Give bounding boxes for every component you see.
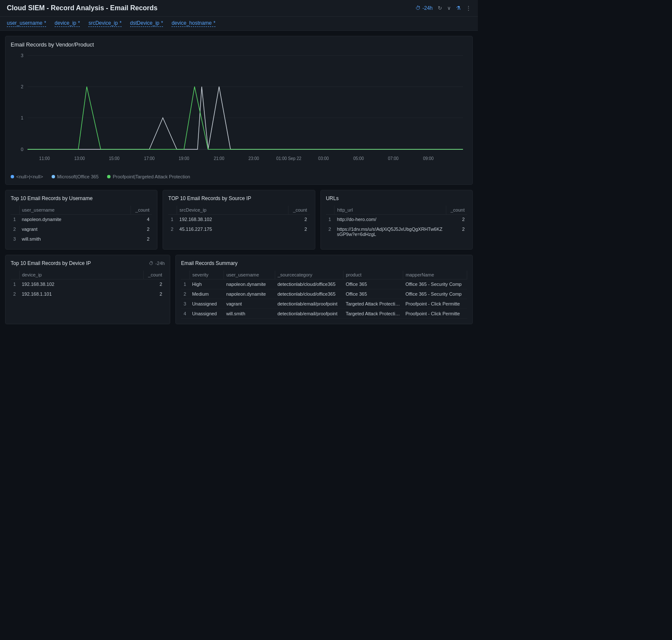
row-username: napoleon.dynamite <box>224 279 275 289</box>
panel-username: Top 10 Email Records by Username user_us… <box>5 190 157 250</box>
time-range-label: -24h <box>422 5 433 11</box>
row-url: http://do-hero.com/ <box>335 215 446 224</box>
legend-label-null: <null>|<null> <box>16 174 43 179</box>
bottom-grid: Top 10 Email Records by Device IP ⏱ -24h… <box>5 255 473 324</box>
legend-office365: Microsoft|Office 365 <box>52 174 99 179</box>
col-num <box>11 206 19 215</box>
filter-src-device-ip[interactable]: srcDevice_ip * <box>88 20 121 27</box>
row-num: 2 <box>326 224 335 239</box>
row-count: 2 <box>143 289 165 299</box>
clock-icon-small: ⏱ <box>149 261 154 266</box>
col-severity: severity <box>189 271 224 279</box>
panel-src-ip: TOP 10 Email Records by Source IP srcDev… <box>163 190 315 250</box>
svg-text:15:00: 15:00 <box>109 156 119 161</box>
row-mapper: Office 365 - Security Comp <box>403 289 467 299</box>
row-severity: High <box>189 279 224 289</box>
row-sourcecategory: detectionlab/email/proofpoint <box>275 299 343 309</box>
legend-label-proofpoint: Proofpoint|Targeted Attack Protection <box>113 174 190 179</box>
svg-text:09:00: 09:00 <box>423 156 433 161</box>
table-row: 3 will.smith 2 <box>11 234 152 244</box>
col-product: product <box>343 271 403 279</box>
filter-device-hostname[interactable]: device_hostname * <box>172 20 215 27</box>
row-mapper: Proofpoint - Click Permitte <box>403 309 467 319</box>
svg-text:1: 1 <box>21 115 23 120</box>
row-mapper: Proofpoint - Click Permitte <box>403 299 467 309</box>
row-src-ip: 192.168.38.102 <box>177 215 288 224</box>
table-row: 1 http://do-hero.com/ 2 <box>326 215 467 224</box>
row-count: 2 <box>131 224 152 234</box>
svg-text:21:00: 21:00 <box>214 156 224 161</box>
table-row: 2 192.168.1.101 2 <box>11 289 165 299</box>
col-src-ip: srcDevice_ip <box>177 206 288 215</box>
col-num <box>168 206 177 215</box>
row-severity: Unassigned <box>189 309 224 319</box>
time-badge: ⏱ -24h <box>149 261 165 266</box>
summary-table: severity user_username _sourcecategory p… <box>181 271 467 319</box>
row-product: Office 365 <box>343 289 403 299</box>
page-title: Cloud SIEM - Record Analysis - Email Rec… <box>7 4 157 12</box>
col-count: _count <box>143 271 165 279</box>
filter-label: device_hostname <box>172 20 212 26</box>
table-row: 1 192.168.38.102 2 <box>11 279 165 289</box>
filter-device-ip[interactable]: device_ip * <box>55 20 80 27</box>
legend-dot-office365 <box>52 175 55 178</box>
main-content: Email Records by Vendor/Product 3 2 1 0 … <box>0 31 478 329</box>
panel-src-ip-title: TOP 10 Email Records by Source IP <box>168 195 309 201</box>
row-count: 2 <box>131 234 152 244</box>
svg-text:05:00: 05:00 <box>353 156 364 161</box>
col-num <box>326 206 335 215</box>
filter-user-username[interactable]: user_username * <box>7 20 46 27</box>
svg-text:03:00: 03:00 <box>318 156 329 161</box>
row-num: 2 <box>181 289 189 299</box>
col-device-ip: device_ip <box>19 271 143 279</box>
filter-label: user_username <box>7 20 42 26</box>
row-product: Office 365 <box>343 279 403 289</box>
panel-summary-title: Email Records Summary <box>181 260 467 266</box>
filter-asterisk: * <box>213 20 215 26</box>
row-username: vagrant <box>19 224 131 234</box>
row-num: 2 <box>11 224 19 234</box>
row-sourcecategory: detectionlab/cloud/office365 <box>275 289 343 299</box>
time-range-display[interactable]: ⏱ -24h <box>416 5 433 11</box>
legend-dot-proofpoint <box>107 175 111 178</box>
row-num: 2 <box>168 224 177 234</box>
row-count: 4 <box>131 215 152 224</box>
legend-label-office365: Microsoft|Office 365 <box>57 174 99 179</box>
filter-asterisk: * <box>161 20 163 26</box>
svg-text:3: 3 <box>21 53 23 58</box>
filter-dst-device-ip[interactable]: dstDevice_ip * <box>130 20 163 27</box>
svg-text:0: 0 <box>21 147 23 152</box>
row-src-ip: 45.116.227.175 <box>177 224 288 234</box>
table-row: 2 45.116.227.175 2 <box>168 224 309 234</box>
filter-asterisk: * <box>78 20 80 26</box>
row-num: 4 <box>181 309 189 319</box>
row-sourcecategory: detectionlab/cloud/office365 <box>275 279 343 289</box>
row-sourcecategory: detectionlab/email/proofpoint <box>275 309 343 319</box>
chart-svg: 3 2 1 0 11:00 13:00 15:00 17:00 19:00 21… <box>11 51 467 171</box>
row-count: 2 <box>288 215 310 224</box>
col-mapper: mapperName <box>403 271 467 279</box>
row-count: 2 <box>143 279 165 289</box>
chevron-icon[interactable]: ∨ <box>447 5 451 11</box>
row-num: 1 <box>326 215 335 224</box>
row-num: 1 <box>11 215 19 224</box>
row-num: 3 <box>11 234 19 244</box>
row-num: 1 <box>181 279 189 289</box>
svg-text:19:00: 19:00 <box>179 156 189 161</box>
table-row: 4 Unassigned will.smith detectionlab/ema… <box>181 309 467 319</box>
table-row: 2 vagrant 2 <box>11 224 152 234</box>
filter-icon[interactable]: ⚗ <box>456 5 461 11</box>
refresh-icon[interactable]: ↻ <box>438 5 442 11</box>
svg-text:11:00: 11:00 <box>39 156 50 161</box>
row-num: 1 <box>11 279 19 289</box>
panel-username-title: Top 10 Email Records by Username <box>11 195 152 201</box>
svg-text:17:00: 17:00 <box>144 156 155 161</box>
panel-device-ip: Top 10 Email Records by Device IP ⏱ -24h… <box>5 255 170 324</box>
col-user-username: user_username <box>19 206 131 215</box>
row-count: 2 <box>446 215 467 224</box>
filter-asterisk: * <box>44 20 46 26</box>
app-header: Cloud SIEM - Record Analysis - Email Rec… <box>0 0 478 17</box>
svg-text:13:00: 13:00 <box>74 156 85 161</box>
more-icon[interactable]: ⋮ <box>466 5 471 11</box>
table-row: 1 192.168.38.102 2 <box>168 215 309 224</box>
